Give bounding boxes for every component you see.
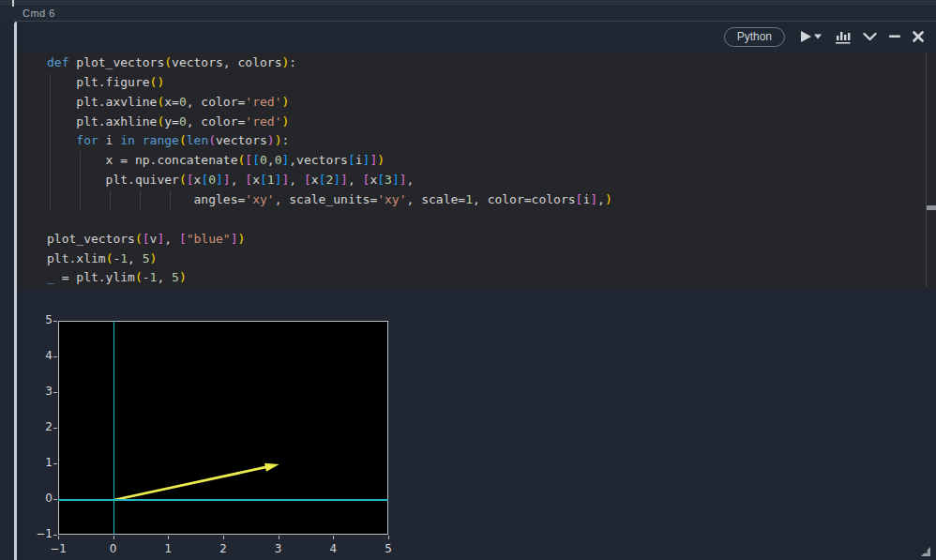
close-cell-button[interactable] [913, 31, 924, 42]
code-line[interactable]: x = np.concatenate([[0,0],vectors[i]]) [47, 151, 612, 171]
language-selector[interactable]: Python [724, 27, 785, 47]
y-tick-mark [53, 392, 57, 393]
editor-scrollbar[interactable] [926, 52, 936, 287]
cmd-label: Cmd 6 [23, 8, 55, 19]
x-tick-label: 3 [264, 542, 293, 555]
code-line[interactable]: plt.xlim(-1, 5) [47, 250, 612, 269]
y-tick-label: −1 [28, 527, 53, 540]
axhline [58, 499, 388, 501]
x-tick-label: 0 [99, 542, 128, 555]
x-tick-mark [58, 536, 59, 539]
vector-arrow-head [264, 463, 279, 472]
vector-arrow-shaft [114, 466, 272, 500]
y-tick-label: 4 [28, 349, 53, 362]
vector-arrow-layer [59, 322, 389, 536]
x-tick-label: 1 [154, 542, 182, 555]
y-tick-mark [53, 499, 57, 500]
output-resize-grip[interactable] [918, 544, 932, 558]
matplotlib-figure: −1012345543210−1 [17, 287, 430, 560]
code-line[interactable]: _ = plt.ylim(-1, 5) [47, 268, 612, 288]
cmd-label-row: Cmd 6 [0, 8, 936, 21]
y-tick-mark [53, 321, 57, 322]
notebook-screen: Cmd 6 Python [0, 0, 936, 560]
x-tick-label: 5 [374, 542, 402, 555]
x-tick-label: 4 [319, 542, 347, 555]
x-tick-mark [388, 536, 389, 539]
code-line[interactable]: plt.axhline(y=0, color='red') [47, 113, 612, 132]
x-tick-mark [168, 536, 169, 539]
code-line[interactable]: for i in range(len(vectors)): [47, 131, 612, 151]
x-tick-mark [333, 536, 334, 539]
close-icon [913, 31, 924, 42]
cell-output: −1012345543210−1 [17, 287, 936, 560]
minimize-cell-button[interactable] [889, 35, 900, 38]
notebook-cell: Python [14, 21, 936, 560]
x-tick-label: 2 [209, 542, 237, 555]
code-editor[interactable]: def plot_vectors(vectors, colors): plt.f… [17, 52, 936, 287]
code-line[interactable]: plot_vectors([v], ["blue"]) [47, 230, 612, 250]
code-lines: def plot_vectors(vectors, colors): plt.f… [47, 53, 612, 288]
code-line[interactable]: plt.figure() [47, 73, 612, 93]
run-dropdown-icon [814, 35, 822, 39]
y-tick-mark [53, 463, 57, 464]
y-tick-mark [53, 535, 57, 536]
bar-chart-icon [835, 30, 851, 44]
x-tick-mark [223, 536, 224, 539]
minimize-icon [889, 35, 900, 38]
code-line[interactable]: def plot_vectors(vectors, colors): [47, 53, 612, 73]
y-tick-label: 5 [28, 313, 53, 326]
resize-grip-icon [918, 544, 932, 558]
axvline [113, 321, 115, 535]
editor-scrollbar-thumb[interactable] [927, 205, 936, 210]
run-icon [801, 31, 811, 42]
y-tick-label: 2 [28, 420, 53, 433]
code-line[interactable]: plt.quiver([x[0]], [x[1]], [x[2]], [x[3]… [47, 171, 612, 190]
cell-titlebar: Python [17, 22, 936, 52]
code-line[interactable] [47, 210, 612, 230]
collapse-cell-button[interactable] [863, 32, 877, 41]
previous-cell-border [12, 0, 14, 7]
y-tick-label: 0 [28, 492, 53, 505]
x-tick-mark [279, 536, 279, 539]
plot-axes [58, 321, 388, 535]
chevron-down-icon [863, 32, 877, 41]
y-tick-label: 3 [28, 385, 53, 398]
x-tick-mark [113, 536, 114, 539]
page-top-strip [0, 0, 936, 7]
run-button[interactable] [800, 30, 823, 43]
x-tick-label: −1 [44, 542, 72, 555]
code-line[interactable]: angles='xy', scale_units='xy', scale=1, … [47, 190, 612, 210]
chart-options-button[interactable] [835, 30, 851, 44]
y-tick-mark [53, 428, 57, 429]
y-tick-mark [53, 356, 57, 357]
code-line[interactable]: plt.axvline(x=0, color='red') [47, 93, 612, 113]
y-tick-label: 1 [28, 456, 53, 469]
